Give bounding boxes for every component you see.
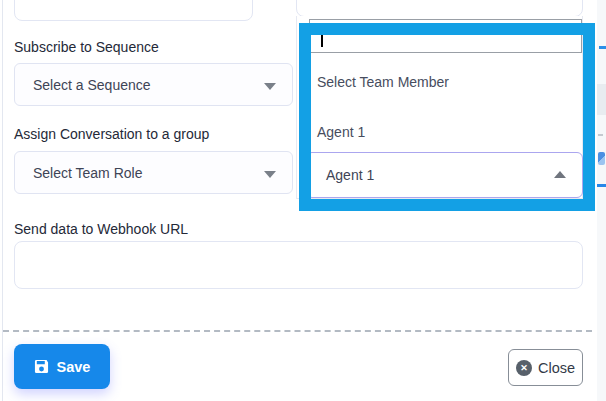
top-right-cutoff-input[interactable]	[296, 0, 583, 17]
dropdown-option-select-team-member[interactable]: Select Team Member	[317, 74, 449, 90]
sequence-select-value: Select a Sequence	[33, 77, 151, 93]
chevron-up-icon	[554, 171, 566, 178]
save-floppy-icon	[34, 359, 49, 374]
chevron-down-icon	[264, 171, 276, 178]
team-member-search-input[interactable]	[309, 19, 582, 53]
dropdown-option-agent-1[interactable]: Agent 1	[317, 124, 365, 140]
webhook-url-input[interactable]	[14, 241, 583, 289]
team-role-select-value: Select Team Role	[33, 165, 142, 181]
close-button[interactable]: ✕ Close	[508, 349, 583, 386]
background-fragment	[598, 134, 603, 136]
close-button-label: Close	[538, 360, 575, 376]
automation-settings-modal: Subscribe to Sequence Select a Sequence …	[0, 0, 606, 401]
group-field-label: Assign Conversation to a group	[14, 126, 209, 142]
sequence-field-label: Subscribe to Sequence	[14, 39, 159, 55]
modal-left-border	[2, 0, 3, 401]
sequence-select[interactable]: Select a Sequence	[14, 63, 293, 106]
team-member-select[interactable]: Agent 1	[306, 152, 583, 198]
team-member-dropdown-panel: Select Team Member Agent 1 Agent 1	[296, 16, 583, 199]
webhook-field-label: Send data to Webhook URL	[14, 221, 188, 237]
footer-dashed-divider	[3, 330, 592, 332]
background-fragment	[597, 84, 606, 115]
save-button-label: Save	[57, 359, 91, 375]
background-fragment	[599, 46, 606, 49]
team-member-select-value: Agent 1	[326, 167, 374, 183]
background-fragment	[597, 184, 606, 187]
team-role-select[interactable]: Select Team Role	[14, 151, 293, 194]
close-x-icon: ✕	[516, 360, 532, 376]
top-left-cutoff-input[interactable]	[14, 0, 253, 21]
save-button[interactable]: Save	[14, 344, 110, 389]
chevron-down-icon	[264, 83, 276, 90]
background-page-strip	[597, 0, 606, 401]
background-avatar-fragment	[598, 152, 605, 165]
text-caret	[321, 27, 323, 47]
